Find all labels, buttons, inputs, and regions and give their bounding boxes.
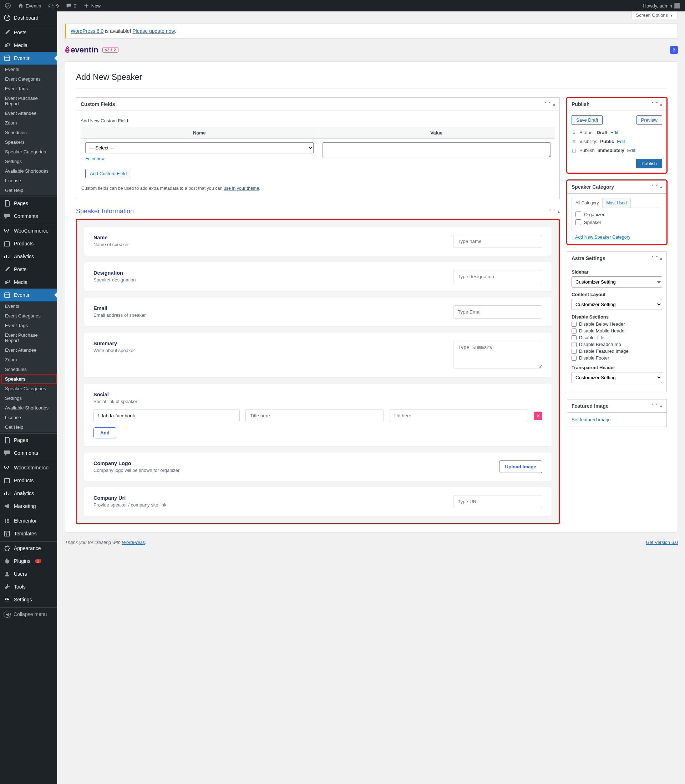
- menu-comments[interactable]: Comments: [0, 210, 57, 223]
- menu-analytics-2[interactable]: Analytics: [0, 487, 57, 500]
- chevron-down-icon[interactable]: ˅: [656, 256, 658, 261]
- featured-header[interactable]: Featured Image˄˅▴: [567, 400, 666, 413]
- menu-comments-2[interactable]: Comments: [0, 447, 57, 459]
- chevron-up-icon[interactable]: ˄: [544, 102, 547, 107]
- menu-media-2[interactable]: Media: [0, 276, 57, 288]
- disable-mobile-header[interactable]: Disable Mobile Header: [571, 328, 662, 334]
- cat-speaker[interactable]: Speaker: [575, 219, 658, 225]
- sub2-help[interactable]: Get Help: [0, 422, 57, 432]
- menu-posts[interactable]: Posts: [0, 26, 57, 39]
- sub2-speaker-categories[interactable]: Speaker Categories: [0, 384, 57, 394]
- name-input[interactable]: [453, 235, 542, 248]
- sub-event-tags[interactable]: Event Tags: [0, 84, 57, 94]
- chevron-down-icon[interactable]: ˅: [554, 209, 555, 214]
- screen-options-toggle[interactable]: Screen Options▼: [631, 11, 678, 19]
- preview-button[interactable]: Preview: [636, 115, 662, 125]
- sub2-purchase-report[interactable]: Event Purchase Report: [0, 330, 57, 345]
- astra-content-select[interactable]: Customizer Setting: [571, 299, 662, 310]
- caret-up-icon[interactable]: ▴: [660, 403, 662, 408]
- sub-zoom[interactable]: Zoom: [0, 118, 57, 128]
- cf-enter-new[interactable]: Enter new: [85, 156, 104, 161]
- sub2-speakers[interactable]: Speakers: [0, 374, 57, 384]
- edit-visibility[interactable]: Edit: [617, 139, 625, 144]
- disable-title[interactable]: Disable Title: [571, 335, 662, 340]
- sub-schedules[interactable]: Schedules: [0, 128, 57, 137]
- sub-help[interactable]: Get Help: [0, 185, 57, 195]
- sub-shortcodes[interactable]: Available Shortcodes: [0, 166, 57, 176]
- chevron-up-icon[interactable]: ˄: [651, 403, 654, 408]
- menu-woocommerce[interactable]: WooCommerce: [0, 224, 57, 237]
- disable-featured-image[interactable]: Disable Featured Image: [571, 348, 662, 354]
- custom-fields-header[interactable]: Custom Fields ˄ ˅ ▴: [76, 98, 559, 111]
- save-draft-button[interactable]: Save Draft: [571, 115, 602, 125]
- menu-pages-2[interactable]: Pages: [0, 434, 57, 447]
- sub2-schedules[interactable]: Schedules: [0, 364, 57, 374]
- publish-header[interactable]: Publish˄˅▴: [567, 98, 666, 111]
- sub-speakers[interactable]: Speakers: [0, 137, 57, 147]
- edit-schedule[interactable]: Edit: [627, 148, 635, 153]
- disable-breadcrumb[interactable]: Disable Breadcrumb: [571, 342, 662, 347]
- sub2-zoom[interactable]: Zoom: [0, 355, 57, 364]
- caret-up-icon[interactable]: ▴: [660, 102, 662, 107]
- cf-theme-link[interactable]: use in your theme: [224, 186, 259, 191]
- wordpress-link[interactable]: WordPress: [122, 540, 145, 545]
- tab-most-used[interactable]: Most Used: [602, 198, 630, 207]
- chevron-up-icon[interactable]: ˄: [549, 209, 551, 214]
- publish-button[interactable]: Publish: [636, 159, 662, 168]
- edit-status[interactable]: Edit: [610, 130, 618, 135]
- add-speaker-category[interactable]: + Add New Speaker Category: [571, 235, 630, 240]
- category-header[interactable]: Speaker Category˄˅▴: [567, 180, 666, 194]
- speaker-info-header[interactable]: Speaker Information ˄ ˅ ▴: [76, 206, 560, 219]
- menu-appearance[interactable]: Appearance: [0, 542, 57, 551]
- sub2-event-categories[interactable]: Event Categories: [0, 311, 57, 321]
- company-url-input[interactable]: [453, 495, 542, 508]
- upload-image-button[interactable]: Upload Image: [499, 460, 542, 473]
- my-account[interactable]: Howdy, admin: [641, 3, 682, 8]
- site-name[interactable]: Eventin: [16, 3, 43, 8]
- cat-organizer[interactable]: Organizer: [575, 212, 658, 217]
- tab-all-category[interactable]: All Category: [572, 198, 602, 208]
- menu-products[interactable]: Products: [0, 237, 57, 250]
- update-now-link[interactable]: Please update now: [132, 28, 174, 34]
- social-title-input[interactable]: [245, 409, 384, 422]
- sub2-license[interactable]: License: [0, 413, 57, 422]
- chevron-down-icon[interactable]: ˅: [656, 102, 658, 107]
- menu-templates[interactable]: Templates: [0, 527, 57, 540]
- menu-dashboard[interactable]: Dashboard: [0, 11, 57, 24]
- new-content[interactable]: New: [81, 3, 103, 8]
- menu-eventin[interactable]: Eventin: [0, 52, 57, 65]
- chevron-up-icon[interactable]: ˄: [651, 185, 654, 190]
- disable-below-header[interactable]: Disable Below Header: [571, 321, 662, 327]
- wp-logo[interactable]: [3, 3, 13, 8]
- chevron-down-icon[interactable]: ˅: [549, 102, 551, 107]
- updates[interactable]: 9: [46, 3, 61, 8]
- designation-input[interactable]: [453, 270, 542, 283]
- sub-settings[interactable]: Settings: [0, 157, 57, 166]
- menu-pages[interactable]: Pages: [0, 197, 57, 210]
- astra-header[interactable]: Astra Settings˄˅▴: [567, 252, 666, 265]
- disable-footer[interactable]: Disable Footer: [571, 355, 662, 361]
- add-custom-field-button[interactable]: Add Custom Field: [85, 169, 131, 178]
- wp-version-link[interactable]: WordPress 6.0: [71, 28, 104, 34]
- menu-products-2[interactable]: Products: [0, 474, 57, 487]
- menu-woocommerce-2[interactable]: WooCommerce: [0, 461, 57, 474]
- email-input[interactable]: [453, 305, 542, 319]
- sub-speaker-categories[interactable]: Speaker Categories: [0, 147, 57, 157]
- caret-up-icon[interactable]: ▴: [553, 102, 555, 107]
- add-social-button[interactable]: Add: [94, 427, 116, 438]
- sub2-shortcodes[interactable]: Available Shortcodes: [0, 403, 57, 413]
- sub-event-categories[interactable]: Event Categories: [0, 74, 57, 84]
- chevron-up-icon[interactable]: ˄: [651, 256, 654, 261]
- remove-social-button[interactable]: ✕: [534, 411, 542, 420]
- astra-transparent-select[interactable]: Customizer Setting: [571, 372, 662, 383]
- social-url-input[interactable]: [390, 409, 528, 422]
- menu-media[interactable]: Media: [0, 39, 57, 52]
- sub-event-attendee[interactable]: Event Attendee: [0, 109, 57, 118]
- sub-events[interactable]: Events: [0, 65, 57, 74]
- sub2-event-attendee[interactable]: Event Attendee: [0, 345, 57, 355]
- sub2-settings[interactable]: Settings: [0, 394, 57, 403]
- chevron-down-icon[interactable]: ˅: [656, 403, 658, 408]
- chevron-down-icon[interactable]: ˅: [656, 185, 658, 190]
- cat-speaker-checkbox[interactable]: [575, 219, 581, 225]
- sub2-event-tags[interactable]: Event Tags: [0, 321, 57, 330]
